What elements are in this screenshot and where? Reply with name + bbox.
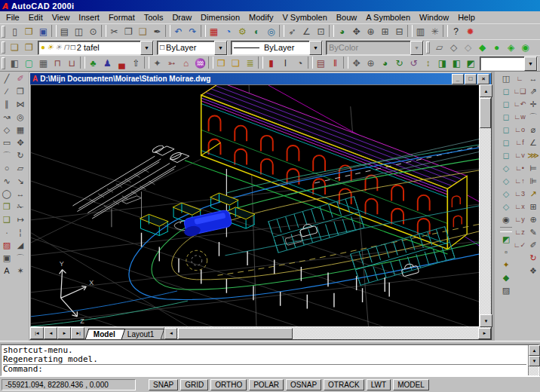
3point-ucs-icon[interactable]: ∟3 bbox=[513, 188, 526, 201]
vertical-scrollbar[interactable]: ▲ ▼ bbox=[480, 84, 491, 327]
dimension-style-icon[interactable]: ❖ bbox=[526, 265, 540, 277]
3d-adjust-clip-icon[interactable]: ◨ bbox=[435, 57, 449, 70]
tree-icon[interactable]: ♣ bbox=[86, 57, 100, 70]
bricks-icon[interactable]: ▤ bbox=[314, 57, 328, 70]
camera-icon[interactable]: ◉ bbox=[499, 213, 513, 226]
tolerance-icon[interactable]: ⊞ bbox=[526, 201, 540, 213]
render-icon[interactable]: ◩ bbox=[499, 233, 513, 246]
fillet-icon[interactable]: ⌒ bbox=[14, 252, 27, 265]
layer-thaw-icon[interactable]: ☀ bbox=[47, 44, 54, 51]
cut-icon[interactable]: ✂ bbox=[107, 25, 121, 38]
tab-layout1[interactable]: Layout1 bbox=[119, 329, 164, 339]
tracking-icon[interactable]: ➶ bbox=[285, 25, 299, 38]
2d-wireframe-icon[interactable]: ▱ bbox=[432, 41, 446, 54]
color-combo[interactable]: □ ByLayer ▼ bbox=[157, 41, 228, 55]
flat-shaded-edges-icon[interactable]: ◈ bbox=[504, 41, 518, 54]
doc-close-button[interactable]: × bbox=[477, 74, 489, 84]
fence-icon[interactable]: ♒ bbox=[193, 57, 207, 70]
region-icon[interactable]: ▣ bbox=[0, 252, 14, 265]
horizontal-scroll-thumb[interactable] bbox=[178, 328, 293, 339]
3d-swivel-icon[interactable]: ↺ bbox=[407, 57, 421, 70]
explode-icon[interactable]: ✶ bbox=[14, 265, 27, 277]
zoom-realtime-icon[interactable]: ⊕ bbox=[364, 25, 378, 38]
status-toggle-polar[interactable]: POLAR bbox=[249, 379, 284, 390]
arc-icon[interactable]: ⌒ bbox=[0, 149, 14, 162]
face-ucs-icon[interactable]: ∟f bbox=[513, 136, 526, 149]
vertical-scroll-thumb[interactable] bbox=[480, 98, 491, 128]
sw-isometric-view-icon[interactable]: ◇ bbox=[499, 162, 513, 175]
toolbar-grip[interactable] bbox=[2, 26, 5, 38]
command-scroll-up-button[interactable]: ▲ bbox=[529, 345, 540, 356]
status-toggle-model[interactable]: MODEL bbox=[393, 379, 429, 390]
text-icon[interactable]: A bbox=[0, 265, 14, 277]
layer-lock-icon[interactable]: ⊓ bbox=[63, 44, 69, 51]
gouraud-shaded-edges-icon[interactable]: ◉ bbox=[518, 41, 532, 54]
scroll-left-button[interactable]: ◄ bbox=[164, 328, 177, 339]
menu-item[interactable]: Insert bbox=[74, 12, 104, 23]
help-icon[interactable]: ? bbox=[449, 25, 463, 38]
menu-item[interactable]: Dimension bbox=[196, 12, 244, 23]
menu-item[interactable]: Edit bbox=[24, 12, 48, 23]
command-scrollbar[interactable]: ▲ ▼ bbox=[528, 345, 538, 375]
view-ucs-icon[interactable]: ∟v bbox=[513, 149, 526, 162]
menu-item[interactable]: V Symbolen bbox=[278, 12, 331, 23]
doc-maximize-button[interactable]: □ bbox=[465, 74, 477, 84]
horizontal-scrollbar[interactable]: ◄ ► bbox=[164, 327, 491, 339]
redo-icon[interactable]: ↷ bbox=[186, 25, 200, 38]
3d-orbit-icon[interactable]: ◕ bbox=[335, 25, 349, 38]
status-toggle-snap[interactable]: SNAP bbox=[149, 379, 178, 390]
lengthen-icon[interactable]: ↔ bbox=[14, 188, 27, 201]
window-icon[interactable]: ▢ bbox=[22, 57, 36, 70]
layer-vp-freeze-icon[interactable]: ☀ bbox=[55, 44, 62, 51]
dimension-text-edit-icon[interactable]: ✐ bbox=[526, 239, 540, 252]
center-mark-icon[interactable]: ⊕ bbox=[526, 213, 540, 226]
rectangle-icon[interactable]: ▭ bbox=[0, 136, 14, 149]
pan-icon[interactable]: ✥ bbox=[349, 57, 364, 70]
baseline-dimension-icon[interactable]: ⊨ bbox=[526, 162, 540, 175]
continue-dimension-icon[interactable]: ⊫ bbox=[526, 175, 540, 188]
ucs-previous-icon[interactable]: ∟↶ bbox=[513, 98, 526, 111]
hatch-icon[interactable]: ▨ bbox=[0, 239, 14, 252]
rotate-icon[interactable]: ↻ bbox=[14, 149, 27, 162]
print-icon[interactable]: ▤ bbox=[57, 25, 72, 38]
y-rotate-ucs-icon[interactable]: ∟y bbox=[513, 213, 526, 226]
layer-color-swatch[interactable]: □ bbox=[71, 44, 75, 51]
menu-item[interactable]: View bbox=[48, 12, 75, 23]
status-toggle-lwt[interactable]: LWT bbox=[367, 379, 391, 390]
ucs-dialog-icon[interactable]: ∟❑ bbox=[513, 85, 526, 98]
save-icon[interactable]: ▣ bbox=[36, 25, 51, 38]
front-view-icon[interactable]: ◻ bbox=[499, 136, 513, 149]
fan-icon[interactable]: ◔ bbox=[293, 57, 307, 70]
document-title-bar[interactable]: A D:\Mijn Documenten\Moirae\Station Moir… bbox=[30, 73, 491, 84]
spline-icon[interactable]: ∿ bbox=[0, 175, 14, 188]
zoom-window-icon[interactable]: ⊞ bbox=[378, 25, 392, 38]
construction-line-icon[interactable]: ∕ bbox=[0, 85, 14, 98]
cabinet-icon[interactable]: ▦ bbox=[36, 57, 51, 70]
designcenter-icon[interactable]: ▦ bbox=[207, 25, 221, 38]
scroll-up-button[interactable]: ▲ bbox=[480, 84, 492, 97]
first-tab-button[interactable]: |◄ bbox=[30, 327, 44, 339]
circle-icon[interactable]: ○ bbox=[0, 162, 14, 175]
layer-combo[interactable]: ●☀☀⊓□ 2 tafel ▼ bbox=[38, 41, 154, 55]
command-scroll-down-button[interactable]: ▼ bbox=[529, 356, 540, 366]
dimension-edit-icon[interactable]: ✎ bbox=[526, 226, 540, 239]
menu-item[interactable]: A Symbolen bbox=[361, 12, 415, 23]
chamfer-icon[interactable]: ◢ bbox=[14, 239, 27, 252]
menu-item[interactable]: Window bbox=[415, 12, 453, 23]
mirror-icon[interactable]: ⋈ bbox=[14, 98, 27, 111]
prev-tab-button[interactable]: ◄ bbox=[44, 327, 57, 339]
lights-icon[interactable]: ✦ bbox=[499, 259, 513, 271]
drawing-viewport[interactable]: X Y Z bbox=[31, 85, 479, 326]
view-control-combo[interactable]: ▼ bbox=[480, 57, 538, 71]
print-preview-icon[interactable]: ◫ bbox=[72, 25, 86, 38]
background-icon[interactable]: ▨ bbox=[499, 284, 513, 297]
flat-shaded-icon[interactable]: ◆ bbox=[475, 41, 489, 54]
status-toggle-ortho[interactable]: ORTHO bbox=[210, 379, 247, 390]
menu-item[interactable]: Modify bbox=[244, 12, 278, 23]
multiline-icon[interactable]: ∥ bbox=[0, 98, 14, 111]
bottom-view-icon[interactable]: ◻ bbox=[499, 98, 513, 111]
top-view-icon[interactable]: ◻ bbox=[499, 85, 513, 98]
column-icon[interactable]: ▮ bbox=[264, 57, 278, 70]
hyperlink-icon[interactable]: ◎ bbox=[264, 25, 278, 38]
quick-dimension-icon[interactable]: ⋙ bbox=[526, 149, 540, 162]
